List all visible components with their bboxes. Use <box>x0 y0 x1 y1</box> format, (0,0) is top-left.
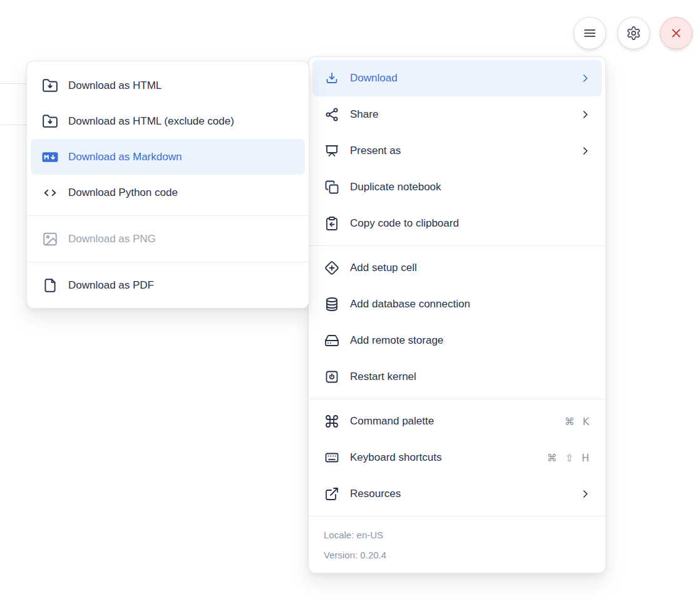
hard-drive-icon <box>324 332 340 349</box>
close-x-icon <box>669 26 683 40</box>
menu-item-restart-kernel[interactable]: Restart kernel <box>312 359 602 395</box>
keyboard-icon <box>324 449 340 466</box>
menu-item-add-setup-cell[interactable]: Add setup cell <box>312 250 602 286</box>
menu-item-label: Present as <box>350 145 569 157</box>
power-icon <box>324 369 340 385</box>
menu-item-label: Add database connection <box>350 298 593 311</box>
gear-icon <box>626 26 641 41</box>
menu-item-label: Copy code to clipboard <box>350 217 593 230</box>
menu-item-label: Keyboard shortcuts <box>350 451 537 464</box>
chevron-right-icon <box>579 72 592 85</box>
menu-item-keyboard-shortcuts[interactable]: Keyboard shortcuts ⌘ ⇧ H <box>312 439 602 476</box>
menu-item-present-as[interactable]: Present as <box>312 133 602 169</box>
menu-item-download-python-code[interactable]: Download Python code <box>31 175 305 210</box>
menu-item-resources[interactable]: Resources <box>312 476 602 512</box>
menu-item-download-as-html[interactable]: Download as HTML <box>31 68 305 103</box>
menu-separator <box>27 262 309 262</box>
shortcut-hint: ⌘ K <box>564 416 592 428</box>
menu-item-copy-code[interactable]: Copy code to clipboard <box>312 205 602 242</box>
menu-item-command-palette[interactable]: Command palette ⌘ K <box>312 403 602 439</box>
menu-separator <box>27 215 309 216</box>
database-icon <box>324 296 340 312</box>
markdown-badge-icon <box>42 149 58 165</box>
notebook-actions-menu: Download Share Present as <box>308 56 606 573</box>
menu-item-label: Add remote storage <box>350 334 593 347</box>
menu-item-label: Download as PNG <box>68 233 296 245</box>
menu-item-label: Restart kernel <box>350 371 593 383</box>
version-text: Version: 0.20.4 <box>324 545 590 565</box>
menu-item-label: Command palette <box>350 415 554 428</box>
menu-item-label: Download as Markdown <box>68 151 296 163</box>
shortcut-hint: ⌘ ⇧ H <box>547 452 592 464</box>
menu-item-download-as-pdf[interactable]: Download as PDF <box>31 267 305 303</box>
menu-item-download-as-markdown[interactable]: Download as Markdown <box>31 139 305 175</box>
copy-icon <box>324 179 340 195</box>
diamond-plus-icon <box>324 260 340 276</box>
menu-item-duplicate-notebook[interactable]: Duplicate notebook <box>312 169 602 205</box>
menu-item-label: Duplicate notebook <box>350 181 593 193</box>
notebook-menu-button[interactable] <box>574 17 606 49</box>
page-cell-border <box>0 83 26 84</box>
command-icon <box>324 413 340 429</box>
folder-down-icon <box>42 78 58 94</box>
chevron-right-icon <box>579 145 592 157</box>
presentation-icon <box>324 143 340 159</box>
clipboard-paste-icon <box>324 215 340 232</box>
external-link-icon <box>324 486 340 502</box>
menu-item-download-as-png[interactable]: Download as PNG <box>31 221 305 257</box>
menu-separator <box>309 399 605 399</box>
folder-down-icon <box>42 113 58 130</box>
menu-item-label: Share <box>350 108 569 121</box>
menu-item-label: Download as PDF <box>68 279 296 292</box>
menu-item-add-database-connection[interactable]: Add database connection <box>312 286 602 322</box>
menu-footer: Locale: en-US Version: 0.20.4 <box>309 520 605 573</box>
menu-item-share[interactable]: Share <box>312 96 602 133</box>
share-icon <box>324 106 340 123</box>
menu-separator <box>309 245 605 246</box>
menu-separator <box>309 516 605 516</box>
menu-item-label: Download Python code <box>68 187 296 199</box>
menu-item-download[interactable]: Download <box>312 60 602 96</box>
menu-item-add-remote-storage[interactable]: Add remote storage <box>312 322 602 359</box>
locale-text: Locale: en-US <box>324 525 590 545</box>
settings-button[interactable] <box>617 17 650 49</box>
menu-item-label: Download as HTML (exclude code) <box>68 115 296 128</box>
menu-item-label: Download as HTML <box>68 80 296 92</box>
menu-item-label: Download <box>350 72 569 85</box>
menu-item-label: Resources <box>350 488 569 500</box>
file-icon <box>42 277 58 294</box>
download-icon <box>324 70 340 86</box>
download-submenu: Download as HTML Download as HTML (exclu… <box>26 61 309 309</box>
image-icon <box>42 231 58 247</box>
menu-item-label: Add setup cell <box>350 262 593 274</box>
hamburger-menu-icon <box>582 26 597 41</box>
chevron-right-icon <box>579 488 592 500</box>
page-cell-border <box>0 125 26 125</box>
code-icon <box>42 185 58 201</box>
chevron-right-icon <box>579 108 592 121</box>
menu-item-download-as-html-exclude-code[interactable]: Download as HTML (exclude code) <box>31 103 305 139</box>
shutdown-button[interactable] <box>660 17 692 49</box>
